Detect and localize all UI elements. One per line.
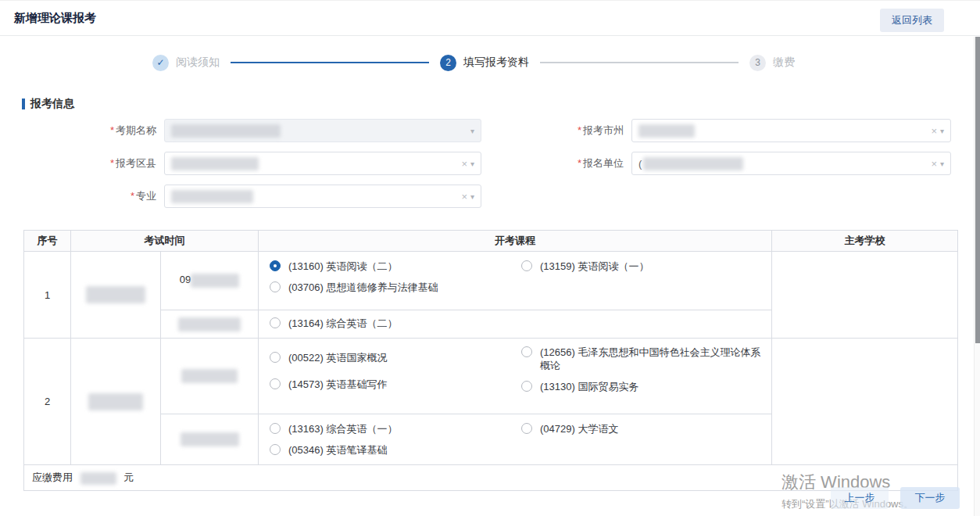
courses-cell: (13163) 综合英语（一） (05346) 英语笔译基础 (04729) 大…: [259, 414, 772, 465]
field-label: *报考区县: [23, 156, 164, 170]
step-label: 缴费: [773, 56, 795, 70]
section-registration-info: 报考信息: [22, 97, 980, 111]
course-radio-option[interactable]: (00522) 英语国家概况: [268, 351, 512, 364]
district-select[interactable]: ×▾: [164, 152, 481, 175]
radio-icon[interactable]: [270, 281, 281, 292]
clear-icon[interactable]: ×: [461, 191, 467, 202]
courses-cell: (00522) 英语国家概况 (14573) 英语基础写作 (12656) 毛泽…: [259, 339, 772, 414]
clear-icon[interactable]: ×: [931, 158, 937, 170]
clear-icon[interactable]: ×: [931, 125, 937, 137]
step-number-badge: 2: [440, 55, 456, 71]
required-asterisk: *: [131, 190, 134, 202]
previous-step-button[interactable]: 上一步: [831, 487, 889, 509]
clear-icon[interactable]: ×: [461, 158, 467, 170]
redacted-value: [191, 274, 239, 288]
section-accent-bar: [22, 99, 25, 109]
exam-period-select[interactable]: ▾: [164, 119, 481, 142]
redacted-value: [86, 286, 145, 303]
field-label: *考期名称: [23, 124, 164, 138]
col-header-index: 序号: [24, 231, 71, 252]
course-radio-option[interactable]: (03706) 思想道德修养与法律基础: [268, 281, 512, 294]
course-radio-option[interactable]: (04729) 大学语文: [520, 422, 762, 435]
redacted-value: [171, 157, 259, 170]
chevron-down-icon: ▾: [470, 192, 474, 201]
exam-time-cell: 09: [161, 252, 259, 310]
redacted-value: [643, 157, 743, 170]
field-label: *专业: [23, 189, 164, 203]
radio-icon[interactable]: [521, 260, 532, 271]
next-step-button[interactable]: 下一步: [900, 487, 960, 509]
check-icon: ✓: [152, 55, 169, 71]
exam-time-cell: [161, 339, 259, 414]
course-radio-option[interactable]: (13163) 综合英语（一）: [268, 422, 512, 435]
registration-unit-select[interactable]: ( ×▾: [631, 152, 951, 175]
course-radio-option[interactable]: (13160) 英语阅读（二）: [268, 260, 512, 273]
form-column-right: *报考市州 ×▾ *报名单位 ( ×▾: [500, 119, 951, 217]
field-city: *报考市州 ×▾: [500, 119, 951, 142]
exam-date-cell: [71, 252, 161, 339]
city-select[interactable]: ×▾: [631, 119, 951, 142]
chevron-down-icon: ▾: [940, 159, 944, 168]
chevron-down-icon: ▾: [470, 127, 474, 135]
courses-table: 序号 考试时间 开考课程 主考学校 1 09 (13160) 英语阅读（二）: [23, 230, 958, 491]
col-header-exam-time: 考试时间: [71, 231, 259, 252]
course-radio-option[interactable]: (12656) 毛泽东思想和中国特色社会主义理论体系概论: [520, 346, 762, 372]
form-column-left: *考期名称 ▾ *报考区县 ×▾ *专业 ×▾: [23, 119, 481, 217]
step-read-notice: ✓ 阅读须知: [152, 55, 220, 71]
required-asterisk: *: [110, 157, 114, 169]
radio-icon[interactable]: [270, 444, 281, 455]
required-asterisk: *: [110, 124, 114, 136]
step-connector-pending: [540, 62, 739, 63]
step-connector-done: [231, 62, 429, 63]
chevron-down-icon: ▾: [940, 127, 944, 135]
course-radio-option[interactable]: (13164) 综合英语（二）: [268, 317, 512, 330]
course-radio-option[interactable]: (14573) 英语基础写作: [268, 378, 512, 391]
major-select[interactable]: ×▾: [164, 185, 481, 208]
course-radio-option[interactable]: (13130) 国际贸易实务: [520, 380, 762, 393]
stepper: ✓ 阅读须知 2 填写报考资料 3 缴费: [152, 53, 795, 72]
school-cell: [772, 252, 958, 339]
chevron-down-icon: ▾: [470, 159, 474, 168]
redacted-value: [181, 432, 239, 446]
scrollbar-thumb[interactable]: [975, 37, 980, 343]
field-label: *报考市州: [500, 124, 631, 138]
redacted-value: [181, 369, 238, 383]
table-header-row: 序号 考试时间 开考课程 主考学校: [24, 231, 958, 252]
col-header-courses: 开考课程: [259, 231, 772, 252]
back-to-list-button[interactable]: 返回列表: [880, 9, 944, 32]
redacted-value: [171, 124, 281, 138]
field-registration-unit: *报名单位 ( ×▾: [500, 152, 951, 175]
redacted-value: [178, 317, 241, 331]
redacted-value: [638, 124, 695, 138]
row-index: 2: [24, 339, 71, 465]
step-fill-info: 2 填写报考资料: [440, 55, 529, 71]
page-title: 新增理论课报考: [14, 11, 96, 26]
step-label: 填写报考资料: [463, 56, 529, 70]
radio-icon[interactable]: [270, 378, 281, 389]
radio-icon[interactable]: [270, 317, 281, 328]
radio-icon[interactable]: [521, 381, 532, 392]
course-radio-option[interactable]: (13159) 英语阅读（一）: [520, 260, 762, 273]
step-payment: 3 缴费: [749, 55, 795, 71]
registration-form: *考期名称 ▾ *报考区县 ×▾ *专业 ×▾: [23, 119, 980, 217]
step-label: 阅读须知: [176, 56, 220, 70]
redacted-value: [80, 472, 116, 485]
exam-time-cell: [161, 310, 259, 339]
vertical-scrollbar[interactable]: [974, 37, 980, 516]
field-label: *报名单位: [500, 156, 631, 170]
exam-date-cell: [71, 339, 161, 465]
school-cell: [772, 339, 958, 465]
section-title-text: 报考信息: [30, 97, 74, 111]
redacted-value: [88, 393, 143, 410]
field-exam-period: *考期名称 ▾: [23, 119, 481, 142]
col-header-school: 主考学校: [772, 231, 958, 252]
table-row: 1 09 (13160) 英语阅读（二） (03706) 思想道德修养与法律基础: [24, 252, 958, 310]
radio-icon[interactable]: [270, 423, 281, 434]
radio-selected-icon[interactable]: [270, 260, 281, 271]
wizard-footer: 上一步 下一步: [831, 487, 960, 509]
radio-icon[interactable]: [521, 423, 532, 434]
course-radio-option[interactable]: (05346) 英语笔译基础: [268, 443, 512, 457]
radio-icon[interactable]: [270, 352, 281, 363]
radio-icon[interactable]: [521, 346, 532, 357]
redacted-value: [171, 190, 253, 203]
